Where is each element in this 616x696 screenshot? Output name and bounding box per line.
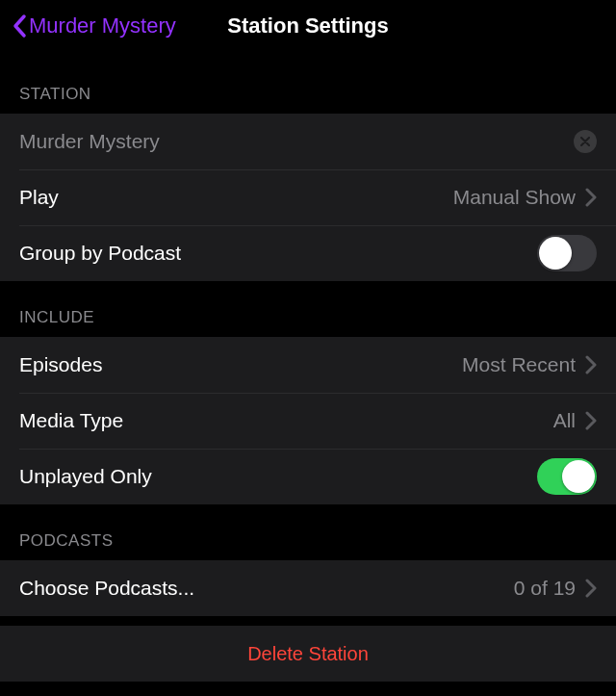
row-media-type[interactable]: Media Type All [0, 393, 616, 449]
media-value: All [553, 409, 576, 432]
chevron-right-icon [585, 188, 597, 207]
row-play[interactable]: Play Manual Show [0, 169, 616, 225]
chevron-right-icon [585, 579, 597, 598]
group-include: Episodes Most Recent Media Type All Unpl… [0, 337, 616, 504]
back-button[interactable]: Murder Mystery [12, 13, 176, 39]
choose-label: Choose Podcasts... [19, 577, 514, 600]
section-header-include: INCLUDE [0, 281, 616, 337]
close-icon [580, 137, 590, 146]
row-unplayed-only: Unplayed Only [0, 449, 616, 504]
row-episodes[interactable]: Episodes Most Recent [0, 337, 616, 393]
group-by-podcast-toggle[interactable] [537, 235, 597, 271]
group-station: Play Manual Show Group by Podcast [0, 114, 616, 281]
chevron-left-icon [12, 13, 29, 39]
chevron-right-icon [585, 355, 597, 374]
play-label: Play [19, 186, 453, 209]
section-header-podcasts: PODCASTS [0, 504, 616, 560]
delete-station-button[interactable]: Delete Station [0, 626, 616, 682]
group-podcasts: Choose Podcasts... 0 of 19 [0, 560, 616, 616]
group-label: Group by Podcast [19, 242, 537, 265]
navbar: Murder Mystery Station Settings [0, 0, 616, 52]
media-label: Media Type [19, 409, 553, 432]
episodes-value: Most Recent [462, 353, 576, 376]
back-label: Murder Mystery [29, 13, 176, 39]
episodes-label: Episodes [19, 353, 462, 376]
choose-value: 0 of 19 [514, 577, 576, 600]
row-choose-podcasts[interactable]: Choose Podcasts... 0 of 19 [0, 560, 616, 616]
row-group-by-podcast: Group by Podcast [0, 225, 616, 281]
delete-label: Delete Station [247, 643, 369, 665]
play-value: Manual Show [453, 186, 576, 209]
section-header-station: STATION [0, 52, 616, 114]
clear-text-button[interactable] [574, 130, 597, 153]
row-station-name[interactable] [0, 114, 616, 169]
station-name-input[interactable] [19, 130, 574, 153]
unplayed-only-toggle[interactable] [537, 458, 597, 495]
chevron-right-icon [585, 411, 597, 430]
unplayed-label: Unplayed Only [19, 465, 537, 488]
